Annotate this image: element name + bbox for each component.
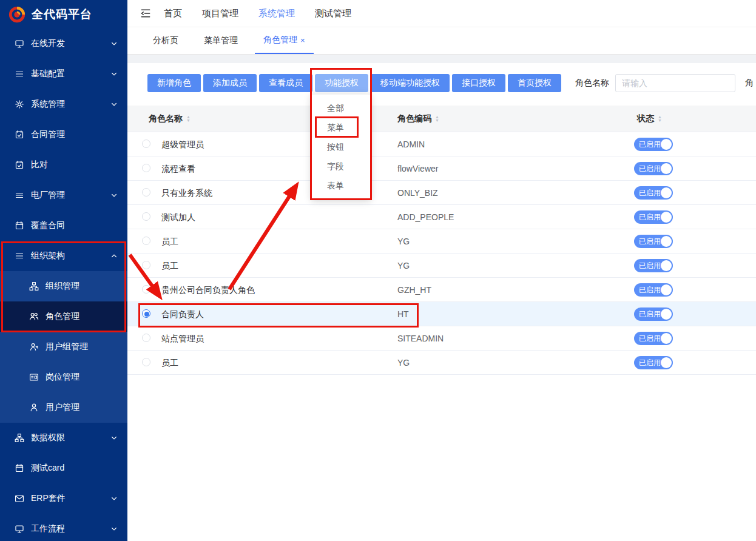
tab[interactable]: 分析页 [144, 27, 187, 54]
table-row[interactable]: 流程查看flowViewer已启用 [127, 156, 756, 181]
topnav-item[interactable]: 项目管理 [202, 8, 238, 18]
column-header[interactable]: 状态▲▼ [637, 106, 662, 132]
dropdown-item[interactable]: 字段 [312, 156, 370, 176]
homepage-authorize-button[interactable]: 首页授权 [508, 74, 561, 92]
status-toggle[interactable]: 已启用 [634, 332, 673, 345]
add-member-button[interactable]: 添加成员 [203, 74, 257, 92]
tab-label: 菜单管理 [204, 35, 238, 46]
table-row[interactable]: 员工YG已启用 [127, 229, 756, 254]
dropdown-item[interactable]: 全部 [312, 98, 370, 118]
toggle-knob [661, 284, 672, 295]
column-header[interactable]: 角色名称▲▼ [149, 106, 191, 132]
status-toggle[interactable]: 已启用 [634, 186, 673, 200]
table-row[interactable]: 合同负责人HT已启用 [127, 302, 756, 326]
dropdown-item[interactable]: 按钮 [312, 137, 370, 156]
sidebar-item[interactable]: 基础配置 [0, 59, 127, 89]
mobile-function-authorize-button[interactable]: 移动端功能授权 [371, 74, 450, 92]
role-code-cell: GZH_HT [397, 278, 431, 302]
row-radio[interactable] [142, 285, 150, 294]
toggle-knob [661, 236, 672, 247]
topnav-item[interactable]: 测试管理 [315, 8, 351, 18]
topnav-item[interactable]: 系统管理 [258, 8, 295, 18]
row-radio[interactable] [142, 237, 150, 245]
status-toggle[interactable]: 已启用 [634, 138, 673, 151]
org-tree-icon [15, 433, 24, 443]
sidebar-item[interactable]: 组织架构 [0, 241, 127, 271]
status-toggle-label: 已启用 [639, 283, 661, 297]
row-radio[interactable] [142, 212, 150, 221]
add-role-button[interactable]: 新增角色 [147, 74, 201, 92]
row-radio[interactable] [142, 309, 150, 318]
sidebar-item[interactable]: 比对 [0, 150, 127, 180]
tab-close-icon[interactable]: × [300, 36, 305, 45]
sort-carets-icon[interactable]: ▲▼ [435, 115, 439, 123]
status-toggle[interactable]: 已启用 [634, 162, 673, 175]
sidebar-item[interactable]: ERP套件 [0, 483, 127, 514]
menu-lines-icon [15, 251, 24, 261]
calendar-icon [15, 221, 24, 230]
menu-fold-icon[interactable] [140, 7, 152, 19]
sidebar-item[interactable]: 系统管理 [0, 89, 127, 119]
table-row[interactable]: 只有业务系统ONLY_BIZ已启用 [127, 181, 756, 205]
toggle-knob [661, 187, 672, 198]
status-toggle[interactable]: 已启用 [634, 210, 673, 224]
status-toggle[interactable]: 已启用 [634, 356, 673, 369]
status-toggle[interactable]: 已启用 [634, 307, 673, 321]
column-header-label: 状态 [637, 113, 654, 124]
toggle-knob [661, 357, 672, 368]
monitor-icon [15, 39, 24, 49]
table-row[interactable]: 超级管理员ADMIN已启用 [127, 132, 756, 156]
role-name-input[interactable] [615, 74, 735, 92]
sidebar-item[interactable]: 组织管理 [0, 271, 127, 301]
sidebar-item[interactable]: 电厂管理 [0, 180, 127, 210]
table-row[interactable]: 测试加人ADD_PEOPLE已启用 [127, 205, 756, 229]
sort-carets-icon[interactable]: ▲▼ [658, 115, 662, 123]
sidebar-item[interactable]: 合同管理 [0, 119, 127, 150]
menu-lines-icon [15, 190, 24, 200]
sidebar-item[interactable]: 数据权限 [0, 423, 127, 453]
sidebar-item[interactable]: 工作流程 [0, 514, 127, 541]
sidebar-item[interactable]: 角色管理 [0, 301, 127, 332]
row-radio[interactable] [142, 139, 150, 148]
tab[interactable]: 角色管理× [255, 27, 314, 54]
app-title: 全代码平台 [32, 7, 92, 22]
table-row[interactable]: 贵州公司合同负责人角色GZH_HT已启用 [127, 278, 756, 302]
sort-carets-icon[interactable]: ▲▼ [186, 115, 191, 123]
row-radio[interactable] [142, 334, 150, 342]
row-radio[interactable] [142, 188, 150, 197]
sidebar-item[interactable]: 测试card [0, 453, 127, 483]
content-panel: 新增角色添加成员查看成员功能授权移动端功能授权接口授权首页授权 角色名称 角 角… [127, 63, 756, 541]
user-group-icon [29, 342, 39, 352]
dropdown-item[interactable]: 表单 [312, 176, 370, 195]
status-toggle[interactable]: 已启用 [634, 235, 673, 248]
row-radio[interactable] [142, 358, 150, 366]
sidebar-item[interactable]: 在线开发 [0, 29, 127, 59]
sidebar-item[interactable]: 岗位管理 [0, 362, 127, 392]
tab-label: 角色管理 [263, 35, 297, 45]
table-row[interactable]: 站点管理员SITEADMIN已启用 [127, 326, 756, 351]
tab[interactable]: 菜单管理 [195, 27, 246, 54]
chevron-down-icon [110, 434, 118, 442]
sidebar-item[interactable]: 用户管理 [0, 392, 127, 423]
status-toggle-label: 已启用 [639, 162, 661, 175]
row-radio[interactable] [142, 164, 150, 172]
api-authorize-button[interactable]: 接口授权 [452, 74, 505, 92]
sidebar-item[interactable]: 用户组管理 [0, 332, 127, 362]
sidebar-item-label: 比对 [31, 160, 48, 170]
sidebar-item-label: 岗位管理 [46, 372, 79, 383]
sidebar-item[interactable]: 覆盖合同 [0, 210, 127, 241]
main-area: 首页项目管理系统管理测试管理 分析页菜单管理角色管理× 新增角色添加成员查看成员… [127, 0, 756, 541]
app-logo-icon [8, 5, 26, 24]
topnav-item[interactable]: 首页 [164, 8, 182, 18]
column-header[interactable]: 角色编码▲▼ [397, 106, 439, 132]
role-name-cell: 测试加人 [161, 205, 195, 229]
view-members-button[interactable]: 查看成员 [259, 74, 312, 92]
table-row[interactable]: 员工YG已启用 [127, 254, 756, 278]
status-toggle[interactable]: 已启用 [634, 283, 673, 297]
chevron-down-icon [110, 40, 118, 47]
dropdown-item[interactable]: 菜单 [312, 118, 370, 137]
table-row[interactable]: 员工YG已启用 [127, 351, 756, 375]
function-authorize-button[interactable]: 功能授权 [315, 74, 368, 92]
status-toggle[interactable]: 已启用 [634, 259, 673, 272]
row-radio[interactable] [142, 261, 150, 269]
